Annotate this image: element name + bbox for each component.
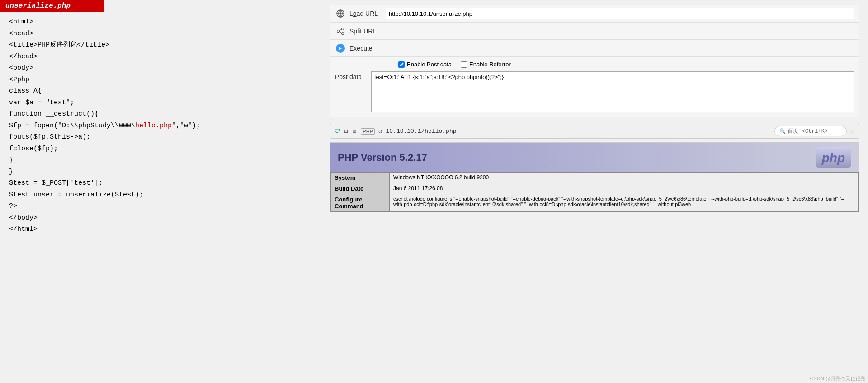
php-info-header: PHP Version 5.2.17 php — [330, 143, 859, 172]
tool-panel: Load URL Split URL — [330, 5, 859, 117]
table-key: ConfigureCommand — [331, 194, 390, 212]
code-line: $test_unser = unserialize($test); — [9, 189, 312, 201]
table-key: System — [331, 173, 390, 183]
table-value: cscript /nologo configure.js "--enable-s… — [390, 194, 859, 212]
globe-icon — [335, 8, 346, 19]
php-info-panel: PHP Version 5.2.17 php System Windows NT… — [330, 142, 859, 212]
code-line: $fp = fopen("D:\\phpStudy\\WWW\hello.php… — [9, 120, 312, 132]
code-line: </head> — [9, 51, 312, 63]
svg-point-5 — [342, 28, 344, 30]
shield-icon: 🛡 — [334, 128, 340, 135]
search-icon: 🔍 — [779, 128, 786, 134]
split-icon — [335, 26, 346, 37]
code-line: } — [9, 166, 312, 178]
code-line: <head> — [9, 28, 312, 40]
svg-line-8 — [340, 32, 342, 33]
postdata-label: Post data — [335, 71, 367, 80]
enable-referrer-label: Enable Referrer — [469, 61, 511, 68]
table-row: ConfigureCommand cscript /nologo configu… — [331, 194, 859, 212]
enable-post-data-group[interactable]: Enable Post data — [398, 61, 452, 68]
watermark: CSDN @月亮今天也很亮 — [810, 375, 865, 382]
code-line: $test = $_POST['test']; — [9, 177, 312, 189]
left-panel: unserialize.php <html> <head> <title>PHP… — [0, 0, 321, 383]
search-placeholder: 百度 <Ctrl+K> — [788, 127, 828, 135]
code-line: class A{ — [9, 85, 312, 97]
table-row: System Windows NT XXXOOOO 6.2 build 9200 — [331, 173, 859, 183]
code-area: <html> <head> <title>PHP反序列化</title> </h… — [0, 12, 321, 383]
php-logo: php — [816, 147, 851, 168]
url-input[interactable] — [386, 8, 854, 19]
table-value: Windows NT XXXOOOO 6.2 build 9200 — [390, 173, 859, 183]
php-info-table: System Windows NT XXXOOOO 6.2 build 9200… — [330, 172, 859, 212]
right-panel: Load URL Split URL — [321, 0, 868, 383]
code-line: fclose($fp); — [9, 143, 312, 155]
code-line: <html> — [9, 16, 312, 28]
table-key: Build Date — [331, 183, 390, 194]
code-line: <?php — [9, 74, 312, 86]
browser-bar: 🛡 ⊞ 🖥 PHP ↺ 10.10.10.1/hello.php 🔍 百度 <C… — [330, 124, 859, 139]
execute-icon: ▶ — [335, 43, 346, 54]
load-url-row: Load URL — [330, 5, 859, 23]
code-line: var $a = "test"; — [9, 97, 312, 109]
file-tab[interactable]: unserialize.php — [0, 0, 104, 12]
postdata-textarea[interactable]: test=O:1:"A":1:{s:1:"a";s:18:"<?php phpi… — [371, 71, 854, 112]
execute-label: Execute — [349, 45, 386, 52]
code-line: </body> — [9, 212, 312, 224]
postdata-section: Post data test=O:1:"A":1:{s:1:"a";s:18:"… — [330, 71, 859, 117]
php-badge: PHP — [361, 128, 375, 135]
bookmark-star-icon[interactable]: ☆ — [850, 127, 855, 136]
split-url-label: Split URL — [349, 28, 386, 35]
code-line: } — [9, 154, 312, 166]
code-line: <body> — [9, 62, 312, 74]
options-row: Enable Post data Enable Referrer — [330, 57, 859, 71]
enable-referrer-group[interactable]: Enable Referrer — [461, 61, 511, 68]
enable-post-data-checkbox[interactable] — [398, 61, 405, 68]
table-value: Jan 6 2011 17:26:08 — [390, 183, 859, 194]
screen-icon: 🖥 — [351, 128, 357, 135]
code-line: function __destruct(){ — [9, 108, 312, 120]
browser-search[interactable]: 🔍 百度 <Ctrl+K> — [774, 126, 847, 136]
code-line: fputs($fp,$this->a); — [9, 131, 312, 143]
table-row: Build Date Jan 6 2011 17:26:08 — [331, 183, 859, 194]
enable-referrer-checkbox[interactable] — [461, 61, 467, 68]
grid-icon: ⊞ — [344, 127, 348, 135]
svg-point-6 — [342, 33, 344, 35]
play-icon: ▶ — [336, 44, 345, 53]
execute-row: ▶ Execute — [330, 40, 859, 57]
code-line: <title>PHP反序列化</title> — [9, 39, 312, 51]
browser-url-text[interactable]: 10.10.10.1/hello.php — [386, 128, 457, 135]
svg-line-7 — [340, 29, 342, 31]
load-url-label: Load URL — [349, 10, 386, 17]
php-version-title: PHP Version 5.2.17 — [338, 152, 427, 163]
code-line: ?> — [9, 201, 312, 212]
enable-post-data-label: Enable Post data — [407, 61, 452, 68]
svg-point-4 — [337, 30, 340, 33]
code-line: </html> — [9, 224, 312, 235]
refresh-icon[interactable]: ↺ — [378, 127, 382, 135]
split-url-row: Split URL — [330, 23, 859, 40]
